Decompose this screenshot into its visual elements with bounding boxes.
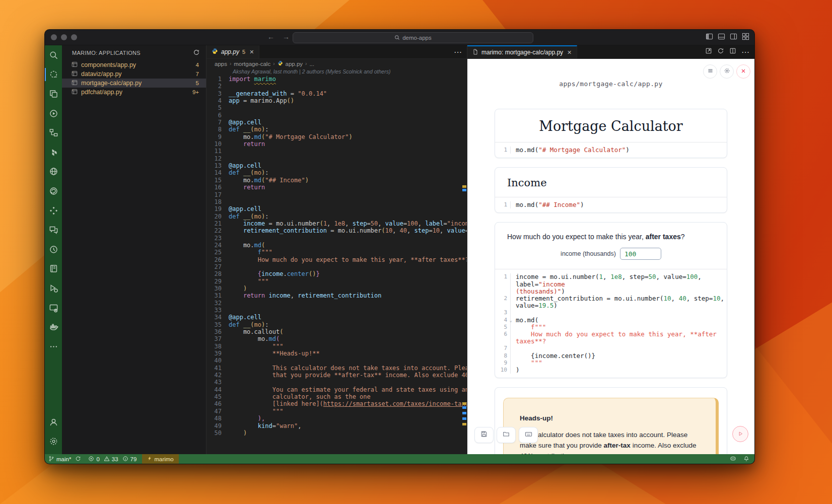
sidebar-item-pdfchat-app-py[interactable]: pdfchat/app.py9+ [62, 88, 206, 97]
problems-item[interactable]: 0 33 79 [85, 454, 140, 464]
code-line[interactable]: 37 mo.md( [206, 335, 467, 342]
code-line[interactable]: 8def __(mo): [206, 126, 467, 133]
nav-forward-icon[interactable]: → [283, 33, 290, 41]
code-line[interactable]: 7@app.cell [206, 119, 467, 126]
code-line[interactable]: 43 [206, 379, 467, 386]
code-line[interactable]: 18 [206, 198, 467, 205]
cell-code[interactable]: 1income = mo.ui.number(1, 1e8, step=50, … [495, 269, 727, 378]
fold-chevron-icon[interactable]: ⌄ [510, 317, 512, 324]
toggle-panel-icon[interactable] [718, 33, 725, 40]
code-line[interactable]: 4app = marimo.App() [206, 97, 467, 104]
breadcrumb[interactable]: apps › mortgage-calc › app.py › ... [206, 59, 467, 68]
close-tab-icon[interactable]: ✕ [249, 49, 254, 55]
tab-marimo-webview[interactable]: marimo: mortgage-calc/app.py ✕ [467, 45, 577, 58]
minimize-window-button[interactable] [61, 34, 67, 40]
code-line[interactable]: 22 retirement_contribution = mo.ui.numbe… [206, 227, 467, 234]
code-line[interactable]: 15 mo.md("## Income") [206, 177, 467, 184]
run-icon[interactable] [45, 104, 62, 123]
code-line[interactable]: 49 kind="warn", [206, 422, 467, 429]
test-icon[interactable] [45, 278, 62, 298]
code-line[interactable]: 17 [206, 191, 467, 198]
remote-icon[interactable] [45, 298, 62, 318]
code-line[interactable]: 35def __(mo): [206, 321, 467, 328]
notebook-icon[interactable] [45, 259, 62, 279]
docker-icon[interactable] [45, 317, 62, 337]
code-line[interactable]: 16 return [206, 184, 467, 191]
menu-button[interactable] [703, 64, 717, 79]
sidebar-item-components-app-py[interactable]: components/app.py4 [62, 60, 206, 69]
code-line[interactable]: 27 [206, 263, 467, 270]
marimo-status-badge[interactable]: marimo [142, 454, 178, 464]
cell-code[interactable]: 1mo.md("## Income") [495, 197, 727, 212]
code-line[interactable]: 26 How much do you expect to make this y… [206, 256, 467, 263]
code-line[interactable]: 6 [206, 112, 467, 119]
code-line[interactable]: 3__generated_with = "0.0.14" [206, 90, 467, 97]
notifications-item[interactable] [740, 454, 754, 464]
overview-ruler[interactable] [462, 45, 467, 454]
command-center-search[interactable]: demo-apps [293, 32, 533, 43]
sidebar-item-dataviz-app-py[interactable]: dataviz/app.py7 [62, 69, 206, 79]
sidebar-item-mortgage-calc-app-py[interactable]: mortgage-calc/app.py5 [62, 79, 206, 88]
run-app-button[interactable] [732, 426, 748, 442]
marimo-icon[interactable] [45, 65, 62, 85]
code-line[interactable]: 25 f""" [206, 249, 467, 256]
toggle-primary-sidebar-icon[interactable] [706, 33, 713, 40]
code-line[interactable]: 42 that you provide **after-tax** income… [206, 372, 467, 379]
code-line[interactable]: 40 [206, 357, 467, 364]
tab-app-py[interactable]: app.py 5 ✕ [206, 45, 259, 58]
code-line[interactable]: 13@app.cell [206, 162, 467, 169]
references-icon[interactable] [45, 123, 62, 142]
shutdown-button[interactable] [736, 64, 750, 79]
breadcrumb-item[interactable]: mortgage-calc [234, 61, 270, 67]
code-line[interactable]: 24 mo.md( [206, 242, 467, 249]
refresh-icon[interactable] [193, 49, 200, 57]
globe-icon[interactable] [45, 162, 62, 182]
refresh-icon[interactable] [717, 47, 724, 56]
code-line[interactable]: 36 mo.callout( [206, 328, 467, 335]
code-line[interactable]: 10 return [206, 140, 467, 148]
code-line[interactable]: 30 ) [206, 285, 467, 292]
git-branch-item[interactable]: main* [45, 454, 85, 464]
code-line[interactable]: 5 [206, 104, 467, 111]
code-line[interactable]: 39 **Heads-up!** [206, 350, 467, 357]
code-line[interactable]: 34@app.cell [206, 314, 467, 321]
customize-layout-icon[interactable] [742, 33, 749, 40]
code-editor[interactable]: 1import marimo23__generated_with = "0.0.… [206, 76, 467, 454]
code-line[interactable]: 9 mo.md("# Mortgage Calculator") [206, 133, 467, 140]
code-line[interactable]: 38 """ [206, 343, 467, 350]
history-icon[interactable] [45, 240, 62, 259]
more-actions-icon[interactable]: ⋯ [741, 47, 749, 57]
code-line[interactable]: 45 calculator, such as the one [206, 393, 467, 400]
copilot-item[interactable] [726, 454, 740, 464]
code-line[interactable]: 1import marimo [206, 76, 467, 83]
breadcrumb-item[interactable]: app.py [286, 61, 303, 67]
breadcrumb-item[interactable]: apps [215, 61, 227, 67]
code-line[interactable]: 19@app.cell [206, 205, 467, 212]
code-line[interactable]: 44 You can estimate your federal and sta… [206, 386, 467, 393]
settings-icon[interactable] [45, 431, 62, 451]
code-line[interactable]: 14def __(mo): [206, 169, 467, 176]
income-number-input[interactable]: 100 [620, 248, 661, 260]
files-button[interactable] [497, 427, 516, 443]
app-settings-button[interactable] [720, 64, 734, 79]
keyboard-shortcuts-button[interactable] [519, 427, 538, 443]
code-line[interactable]: 11 [206, 148, 467, 155]
code-line[interactable]: 48 ), [206, 415, 467, 422]
search-icon[interactable] [45, 45, 62, 65]
terraform-icon[interactable] [45, 142, 62, 162]
code-line[interactable]: 21 income = mo.ui.number(1, 1e8, step=50… [206, 220, 467, 227]
code-line[interactable]: 2 [206, 83, 467, 90]
comments-icon[interactable] [45, 220, 62, 240]
code-line[interactable]: 41 This calculator does not take taxes i… [206, 365, 467, 372]
more-icon[interactable] [45, 337, 62, 356]
code-line[interactable]: 50 ) [206, 429, 467, 437]
code-line[interactable]: 20def __(mo): [206, 213, 467, 220]
code-line[interactable]: 31 return income, retirement_contributio… [206, 292, 467, 299]
code-line[interactable]: 46 [linked here](https://smartasset.com/… [206, 400, 467, 407]
code-line[interactable]: 23 [206, 235, 467, 242]
code-line[interactable]: 32 [206, 300, 467, 307]
save-button[interactable] [474, 427, 494, 443]
code-line[interactable]: 29 """ [206, 278, 467, 285]
code-line[interactable]: 33 [206, 307, 467, 314]
account-icon[interactable] [45, 412, 62, 432]
